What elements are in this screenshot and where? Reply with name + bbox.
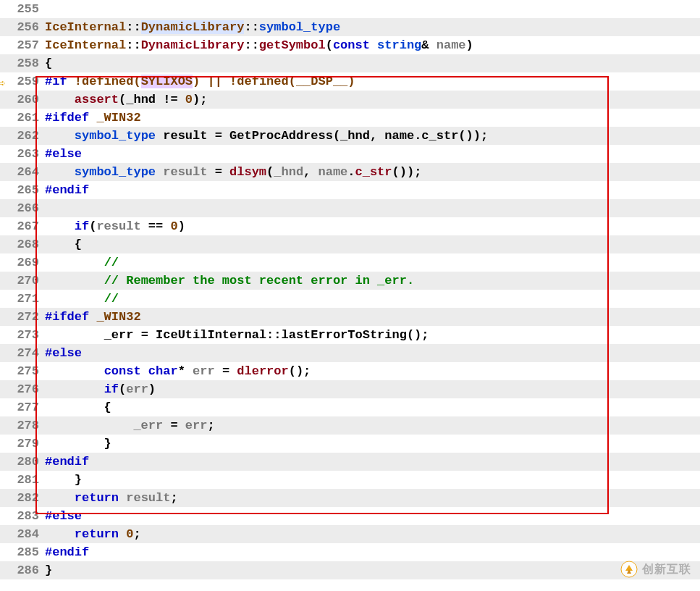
- line-number: 262: [0, 127, 45, 145]
- code-line[interactable]: 283#else: [0, 507, 700, 525]
- code-content[interactable]: #endif: [45, 543, 700, 561]
- line-number: 272: [0, 308, 45, 326]
- code-content[interactable]: #else: [45, 507, 700, 525]
- token: #if: [45, 75, 75, 88]
- code-line[interactable]: 279 }: [0, 435, 700, 453]
- token: return: [75, 491, 126, 505]
- token: result: [96, 219, 148, 233]
- token: const: [104, 364, 148, 378]
- code-line[interactable]: 260 assert(_hnd != 0);: [0, 91, 700, 109]
- code-content[interactable]: #else: [45, 344, 700, 362]
- token: DynamicLibrary: [141, 20, 245, 34]
- code-line[interactable]: 270 // Remember the most recent error in…: [0, 272, 700, 290]
- code-content[interactable]: IceInternal::DynamicLibrary::getSymbol(c…: [45, 36, 700, 54]
- code-line[interactable]: 262 symbol_type result = GetProcAddress(…: [0, 127, 700, 145]
- code-content[interactable]: //: [45, 290, 700, 308]
- code-line[interactable]: 277 {: [0, 398, 700, 416]
- code-content[interactable]: {: [45, 398, 700, 416]
- code-editor[interactable]: 255 256IceInternal::DynamicLibrary::symb…: [0, 0, 700, 579]
- code-line[interactable]: 263#else: [0, 145, 700, 163]
- code-line[interactable]: 269 //: [0, 253, 700, 272]
- code-content[interactable]: {: [45, 235, 700, 253]
- code-content[interactable]: IceInternal::DynamicLibrary::symbol_type: [45, 18, 700, 36]
- code-line[interactable]: 255: [0, 0, 700, 18]
- code-content[interactable]: assert(_hnd != 0);: [45, 91, 700, 109]
- code-content[interactable]: _err = err;: [45, 416, 700, 435]
- code-line[interactable]: 281 }: [0, 471, 700, 489]
- code-content[interactable]: if(result == 0): [45, 217, 700, 235]
- token: const: [333, 38, 377, 52]
- code-line[interactable]: 272#ifdef _WIN32: [0, 308, 700, 326]
- code-line[interactable]: 267 if(result == 0): [0, 217, 700, 235]
- token: (: [326, 38, 333, 52]
- line-number: 280: [0, 453, 45, 471]
- token: ,: [370, 129, 384, 143]
- code-line[interactable]: 282 return result;: [0, 489, 700, 507]
- code-content[interactable]: // Remember the most recent error in _er…: [45, 272, 700, 290]
- token: [45, 129, 75, 143]
- code-content[interactable]: //: [45, 253, 700, 272]
- code-content[interactable]: return result;: [45, 489, 700, 507]
- code-line[interactable]: 274#else: [0, 344, 700, 362]
- code-line[interactable]: 268 {: [0, 235, 700, 253]
- token: dlsym: [229, 165, 266, 179]
- code-line[interactable]: 286}: [0, 561, 700, 579]
- code-line[interactable]: 273 _err = IceUtilInternal::lastErrorToS…: [0, 326, 700, 344]
- code-line[interactable]: 285#endif: [0, 543, 700, 561]
- code-line[interactable]: 259➪#if !defined(SYLIXOS) || !defined(__…: [0, 72, 700, 91]
- code-line[interactable]: 275 const char* err = dlerror();: [0, 362, 700, 380]
- code-content[interactable]: }: [45, 435, 700, 453]
- code-line[interactable]: 261#ifdef _WIN32: [0, 109, 700, 127]
- token: (: [119, 93, 126, 106]
- token: _err: [133, 419, 170, 432]
- code-line[interactable]: 265#endif: [0, 181, 700, 199]
- code-line[interactable]: 284 return 0;: [0, 525, 700, 543]
- code-content[interactable]: if(err): [45, 380, 700, 398]
- code-content[interactable]: #endif: [45, 181, 700, 199]
- code-content[interactable]: [45, 0, 700, 18]
- code-content[interactable]: }: [45, 471, 700, 489]
- token: IceUtilInternal: [156, 328, 266, 342]
- code-line[interactable]: 264 symbol_type result = dlsym(_hnd, nam…: [0, 163, 700, 181]
- token: ,: [303, 165, 318, 179]
- token: __DSP__: [296, 75, 347, 88]
- code-line[interactable]: 276 if(err): [0, 380, 700, 398]
- code-content[interactable]: [45, 199, 700, 217]
- code-line[interactable]: 271 //: [0, 290, 700, 308]
- token: // Remember the most recent error in _er…: [104, 274, 414, 288]
- token: =: [170, 419, 185, 432]
- token: [45, 219, 75, 233]
- code-content[interactable]: #else: [45, 145, 700, 163]
- code-line[interactable]: 256IceInternal::DynamicLibrary::symbol_t…: [0, 18, 700, 36]
- line-number: 282: [0, 489, 45, 507]
- code-line[interactable]: 258{: [0, 54, 700, 72]
- token: [45, 274, 104, 288]
- code-content[interactable]: #if !defined(SYLIXOS) || !defined(__DSP_…: [45, 72, 700, 91]
- code-line[interactable]: 278 _err = err;: [0, 416, 700, 435]
- code-content[interactable]: symbol_type result = dlsym(_hnd, name.c_…: [45, 163, 700, 181]
- code-content[interactable]: #ifdef _WIN32: [45, 308, 700, 326]
- token: IceInternal: [45, 38, 126, 52]
- code-content[interactable]: return 0;: [45, 525, 700, 543]
- token: err: [126, 382, 148, 396]
- code-line[interactable]: 257IceInternal::DynamicLibrary::getSymbo…: [0, 36, 700, 54]
- token: !: [75, 75, 82, 88]
- code-content[interactable]: #ifdef _WIN32: [45, 109, 700, 127]
- token: err: [185, 419, 208, 432]
- token: SYLIXOS: [141, 75, 193, 88]
- code-line[interactable]: 266: [0, 199, 700, 217]
- token: #else: [45, 346, 82, 360]
- token: }: [45, 473, 82, 487]
- code-content[interactable]: symbol_type result = GetProcAddress(_hnd…: [45, 127, 700, 145]
- code-line[interactable]: 280#endif: [0, 453, 700, 471]
- code-content[interactable]: #endif: [45, 453, 700, 471]
- code-content[interactable]: }: [45, 561, 700, 579]
- token: defined: [237, 75, 288, 88]
- code-content[interactable]: {: [45, 54, 700, 72]
- token: _hnd: [340, 129, 370, 143]
- token: _WIN32: [96, 310, 140, 324]
- token: 0: [126, 527, 133, 541]
- code-content[interactable]: const char* err = dlerror();: [45, 362, 700, 380]
- token: return: [75, 527, 126, 541]
- code-content[interactable]: _err = IceUtilInternal::lastErrorToStrin…: [45, 326, 700, 344]
